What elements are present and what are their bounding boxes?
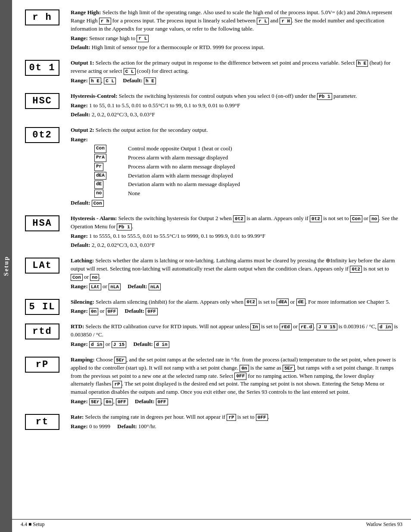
lcd-off-ref: 0FF — [234, 373, 246, 380]
lcd-de-opt: dE — [94, 180, 103, 189]
desc-rh: Range High: Selects the high limit of th… — [71, 9, 398, 53]
lcd-ht-range: h E — [89, 78, 101, 84]
lcd-on-ref: 0n — [240, 365, 249, 372]
lcd-pb1-ref: Pb 1 — [317, 93, 332, 100]
lcd-ot2-ref4: 0t2 — [245, 299, 257, 305]
lcd-dea-ref: dEA — [277, 299, 289, 305]
footer-right: Watlow Series 93 — [366, 521, 402, 528]
lcd-rp-ref2: rP — [227, 414, 236, 421]
lcd-ju15-ref: J U 15 — [317, 324, 337, 330]
lcd-rp-ref: rP — [112, 381, 121, 388]
param-row-hsc: HSC Hysteresis-Control: Selects the swit… — [21, 92, 398, 121]
lcd-nla-default: nLA — [149, 283, 161, 290]
lcd-din-range: d in — [89, 341, 104, 348]
symbol-box-rtd: rtd — [21, 323, 64, 339]
desc-ot1: Output 1: Selects the action for the pri… — [71, 59, 398, 86]
param-row-ot1: 0t 1 Output 1: Selects the action for th… — [21, 59, 398, 86]
lcd-ser-ref: 5Er — [114, 357, 126, 364]
lcd-ser-ref2: 5Er — [283, 365, 295, 372]
symbol-box-rt: rt — [21, 413, 64, 430]
param-row-rp: rP Ramping: Choose 5Er, and the set poin… — [21, 356, 398, 407]
lcd-on-range2: 0n — [104, 398, 113, 405]
lcd-con-ref2: Con — [71, 274, 83, 281]
param-row-rtd: rtd RTD: Selects the RTD calibration cur… — [21, 323, 398, 350]
range-options-ot2: ConControl mode opposite Output 1 (heat … — [94, 145, 398, 198]
lcd-symbol-rt: rt — [25, 414, 59, 430]
lcd-rl-ref: r L — [257, 18, 269, 25]
lcd-ju15-range: J 15 — [112, 341, 126, 348]
lcd-rl-range: r L — [137, 35, 149, 42]
lcd-con-ref: Con — [350, 215, 362, 222]
lcd-con-opt: Con — [94, 145, 106, 153]
footer-left: 4.4 ■ Setup — [21, 521, 45, 528]
lcd-in-ref: In — [250, 324, 259, 330]
symbol-box-ot2: 0t2 — [21, 126, 64, 143]
lcd-off-default2: 0FF — [156, 398, 168, 405]
desc-hsa: Hysteresis - Alarm: Selects the switchin… — [71, 215, 398, 251]
param-row-lat: LAt Latching: Selects whether the alarm … — [21, 257, 398, 292]
lcd-symbol-hsc: HSC — [25, 93, 59, 109]
desc-rt: Rate: Selects the ramping rate in degree… — [71, 413, 398, 432]
lcd-off-ref2: 0FF — [256, 414, 268, 421]
lcd-ht-default: h E — [144, 78, 156, 84]
symbol-box-rh: r h — [21, 9, 64, 25]
lcd-symbol-ot2: 0t2 — [25, 127, 59, 143]
page: Setup r h Range High: Selects the high l… — [0, 0, 411, 532]
symbol-box-ot1: 0t 1 — [21, 59, 64, 76]
lcd-cl-ref: C L — [124, 68, 136, 75]
lcd-red-ref: rEd — [280, 324, 292, 330]
lcd-rh-ref2: r H — [280, 18, 292, 25]
lcd-ser-range: 5Er — [89, 398, 101, 405]
symbol-box-rp: rP — [21, 356, 64, 373]
param-row-rh: r h Range High: Selects the high limit o… — [21, 9, 398, 53]
lcd-nla-range: nLA — [109, 283, 121, 290]
symbol-box-hsc: HSC — [21, 92, 64, 109]
lcd-symbol-rtd: rtd — [25, 324, 59, 339]
symbol-box-sil: 5 IL — [21, 298, 64, 315]
side-tab: Setup — [0, 0, 12, 532]
lcd-cl-range: C L — [104, 78, 116, 84]
lcd-ht-ref: h E — [356, 60, 368, 67]
lcd-rh-ref1: r h — [99, 18, 111, 25]
desc-lat: Latching: Selects whether the alarm is l… — [71, 257, 398, 292]
lcd-off-default: 0FF — [146, 308, 158, 315]
lcd-con-default: Con — [92, 200, 104, 207]
lcd-ot2-ref3: 0t2 — [350, 266, 362, 273]
desc-sil: Silencing: Selects alarm silencing (inhi… — [71, 298, 398, 317]
lcd-symbol-sil: 5 IL — [25, 299, 60, 315]
desc-ot2: Output 2: Selects the output action for … — [71, 126, 398, 208]
lcd-dea-opt: dEA — [94, 172, 106, 180]
lcd-lat-range: LAt — [89, 283, 101, 290]
main-content: r h Range High: Selects the high limit o… — [12, 0, 411, 532]
lcd-no-ref: no — [370, 215, 379, 222]
param-row-rt: rt Rate: Selects the ramping rate in deg… — [21, 413, 398, 432]
lcd-din-ref: d in — [378, 324, 392, 330]
footer: 4.4 ■ Setup Watlow Series 93 — [12, 519, 411, 528]
param-row-ot2: 0t2 Output 2: Selects the output action … — [21, 126, 398, 208]
lcd-symbol-rp: rP — [25, 357, 59, 373]
lcd-no-ref2: no — [90, 274, 99, 281]
lcd-de-ref: dE — [296, 299, 305, 305]
param-row-hsa: HSA Hysteresis - Alarm: Selects the swit… — [21, 215, 398, 251]
lcd-symbol-ot1: 0t 1 — [25, 60, 60, 76]
symbol-box-hsa: HSA — [21, 215, 64, 231]
desc-hsc: Hysteresis-Control: Selects the switchin… — [71, 92, 398, 121]
desc-rp: Ramping: Choose 5Er, and the set point r… — [71, 356, 398, 407]
lcd-ot2-ref1: 0t2 — [233, 215, 245, 222]
lcd-symbol-rh: r h — [25, 9, 59, 25]
lcd-no-opt: no — [94, 190, 103, 198]
side-tab-label: Setup — [3, 256, 10, 276]
lcd-on-range: 0n — [89, 308, 98, 315]
lcd-ot2-ref2: 0t2 — [310, 215, 322, 222]
param-row-sil: 5 IL Silencing: Selects alarm silencing … — [21, 298, 398, 317]
lcd-din-default: d in — [154, 341, 169, 348]
lcd-symbol-lat: LAt — [25, 258, 59, 274]
lcd-off-range2: 0FF — [116, 398, 128, 405]
lcd-red2-ref: rE.d — [299, 324, 314, 330]
lcd-pb1-ref2: Pb 1 — [117, 224, 131, 230]
lcd-pra-opt: PrA — [94, 154, 106, 162]
desc-rtd: RTD: Selects the RTD calibration curve f… — [71, 323, 398, 350]
lcd-pr-opt: Pr — [94, 163, 103, 171]
symbol-box-lat: LAt — [21, 257, 64, 274]
lcd-off-range: 0FF — [106, 308, 118, 315]
